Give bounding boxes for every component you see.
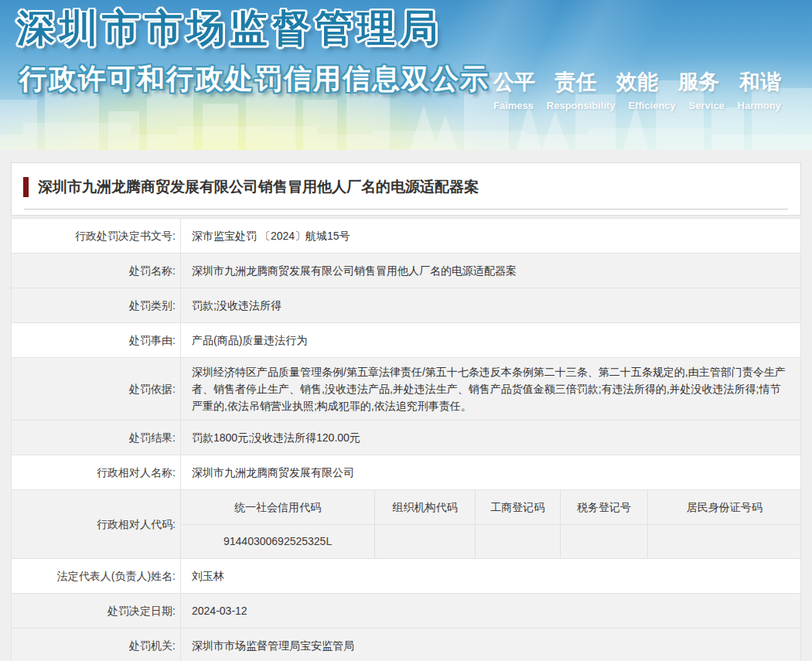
- code-column-header: 统一社会信用代码: [181, 490, 375, 524]
- penalty-record-card: 行政处罚决定书文号: 深市监宝处罚 〔2024〕航城15号 处罚名称: 深圳市九…: [11, 218, 801, 661]
- row-value: 产品(商品)质量违法行为: [181, 323, 801, 358]
- code-value: [475, 524, 560, 558]
- row-value: 深圳经济特区产品质量管理条例/第五章法律责任/第五十七条违反本条例第二十三条、第…: [181, 358, 801, 421]
- row-penalty-result: 处罚结果: 罚款1800元;没收违法所得120.00元: [12, 421, 801, 455]
- row-decision-number: 行政处罚决定书文号: 深市监宝处罚 〔2024〕航城15号: [12, 219, 801, 254]
- row-label: 处罚结果:: [12, 421, 181, 455]
- code-column-header: 组织机构代码: [375, 490, 476, 524]
- code-value: [648, 524, 800, 558]
- title-divider: [24, 209, 788, 210]
- motto-word-en: Responsibility: [547, 100, 616, 111]
- code-column-header: 居民身份证号码: [648, 490, 800, 524]
- motto-word-en: Efficiency: [628, 100, 675, 111]
- row-penalty-category: 处罚类别: 罚款;没收违法所得: [12, 288, 801, 323]
- motto-en: Faimess Responsibility Efficiency Servic…: [493, 100, 781, 111]
- row-party-codes: 行政相对人代码: 统一社会信用代码 组织机构代码 工商登记码 税务登记号: [12, 490, 801, 559]
- case-title: 深圳市九洲龙腾商贸发展有限公司销售冒用他人厂名的电源适配器案: [38, 177, 479, 197]
- row-value: 统一社会信用代码 组织机构代码 工商登记码 税务登记号 居民身份证号码 9144…: [181, 490, 801, 559]
- row-label: 处罚依据:: [12, 358, 181, 421]
- row-party-name: 行政相对人名称: 深圳市九洲龙腾商贸发展有限公司: [12, 455, 801, 490]
- row-value: 2024-03-12: [181, 594, 801, 629]
- banner-motto: 公平 责任 效能 服务 和谐 Faimess Responsibility Ef…: [493, 68, 781, 111]
- motto-word: 效能: [616, 68, 658, 96]
- row-decision-date: 处罚决定日期: 2024-03-12: [12, 594, 801, 629]
- row-value: 罚款1800元;没收违法所得120.00元: [181, 421, 801, 455]
- row-label: 处罚机关:: [12, 629, 181, 661]
- title-accent-bar: [23, 177, 29, 197]
- row-legal-representative: 法定代表人(负责人)姓名: 刘玉林: [12, 559, 801, 594]
- row-penalty-name: 处罚名称: 深圳市九洲龙腾商贸发展有限公司销售冒用他人厂名的电源适配器案: [12, 254, 801, 288]
- row-value: 深圳市市场监督管理局宝安监管局: [181, 629, 801, 661]
- code-header-row: 统一社会信用代码 组织机构代码 工商登记码 税务登记号 居民身份证号码: [181, 490, 800, 524]
- motto-word-en: Faimess: [493, 100, 534, 111]
- row-label: 行政处罚决定书文号:: [12, 219, 181, 254]
- code-column-header: 税务登记号: [560, 490, 648, 524]
- code-value: [560, 524, 648, 558]
- motto-word: 服务: [678, 68, 720, 96]
- row-label: 行政相对人名称:: [12, 455, 181, 490]
- motto-word-en: Service: [689, 100, 725, 111]
- row-value: 罚款;没收违法所得: [181, 288, 801, 323]
- row-value: 深圳市九洲龙腾商贸发展有限公司销售冒用他人厂名的电源适配器案: [181, 254, 801, 288]
- site-banner: 深圳市市场监督管理局 行政许可和行政处罚信用信息双公示 公平 责任 效能 服务 …: [0, 0, 812, 150]
- row-label: 处罚决定日期:: [12, 594, 181, 629]
- code-value: 91440300692525325L: [181, 524, 375, 558]
- motto-word: 公平: [493, 68, 535, 96]
- code-column-header: 工商登记码: [475, 490, 560, 524]
- site-title: 深圳市市场监督管理局: [17, 3, 442, 54]
- row-value: 深市监宝处罚 〔2024〕航城15号: [181, 219, 801, 254]
- row-value: 刘玉林: [181, 559, 801, 594]
- row-label: 处罚类别:: [12, 288, 181, 323]
- row-label: 法定代表人(负责人)姓名:: [12, 559, 181, 594]
- site-subtitle: 行政许可和行政处罚信用信息双公示: [19, 60, 490, 98]
- motto-word: 责任: [555, 68, 597, 96]
- motto-cn: 公平 责任 效能 服务 和谐: [493, 68, 781, 96]
- motto-word-en: Harmony: [738, 100, 781, 111]
- motto-word: 和谐: [739, 68, 781, 96]
- row-penalty-basis: 处罚依据: 深圳经济特区产品质量管理条例/第五章法律责任/第五十七条违反本条例第…: [12, 358, 801, 421]
- code-value: [375, 524, 476, 558]
- row-label: 处罚名称:: [12, 254, 181, 288]
- penalty-info-table: 行政处罚决定书文号: 深市监宝处罚 〔2024〕航城15号 处罚名称: 深圳市九…: [11, 218, 801, 661]
- code-value-row: 91440300692525325L: [181, 524, 800, 558]
- case-title-card: 深圳市九洲龙腾商贸发展有限公司销售冒用他人厂名的电源适配器案: [11, 162, 801, 216]
- row-penalty-reason: 处罚事由: 产品(商品)质量违法行为: [12, 323, 801, 358]
- row-label: 行政相对人代码:: [12, 490, 181, 559]
- row-penalty-authority: 处罚机关: 深圳市市场监督管理局宝安监管局: [12, 629, 801, 661]
- party-code-table: 统一社会信用代码 组织机构代码 工商登记码 税务登记号 居民身份证号码 9144…: [181, 490, 800, 558]
- row-label: 处罚事由:: [12, 323, 181, 358]
- row-value: 深圳市九洲龙腾商贸发展有限公司: [181, 455, 801, 490]
